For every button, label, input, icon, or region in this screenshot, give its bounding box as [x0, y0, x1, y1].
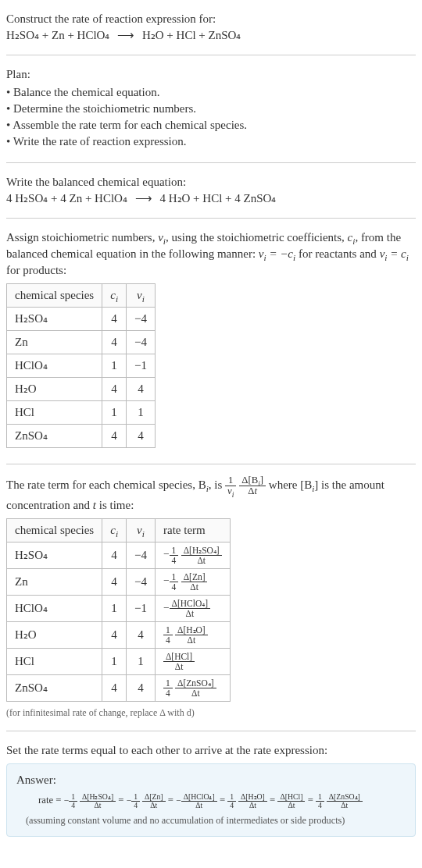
cell-species: HCl: [7, 401, 102, 425]
balanced-section: Write the balanced chemical equation: 4 …: [6, 169, 416, 212]
cell-ci: 4: [102, 331, 127, 354]
cell-ci: 4: [102, 568, 127, 595]
assumption-note: (assuming constant volume and no accumul…: [16, 814, 406, 827]
cell-species: HClO₄: [7, 354, 102, 378]
divider: [6, 162, 416, 163]
col-species: chemical species: [7, 518, 102, 542]
assign-section: Assign stoichiometric numbers, νi, using…: [6, 225, 416, 457]
relation-reactants: νi = −ci: [259, 247, 295, 260]
unbalanced-equation: H₂SO₄ + Zn + HClO₄ ⟶ H₂O + HCl + ZnSO₄: [6, 27, 416, 44]
col-species: chemical species: [7, 284, 102, 308]
cell-rateterm: −Δ[HClO₄]Δt: [155, 595, 230, 621]
cell-rateterm: −14 Δ[Zn]Δt: [155, 568, 230, 595]
table-row: Zn4−4: [7, 331, 156, 354]
table-row: H₂SO₄4−4: [7, 308, 156, 331]
table-row: ZnSO₄44: [7, 425, 156, 448]
setequal-section: Set the rate terms equal to each other t…: [6, 738, 416, 845]
cell-ci: 1: [102, 354, 127, 378]
cell-vi: 4: [127, 378, 156, 401]
one-over-nu: 1 νi: [225, 475, 236, 497]
cell-species: ZnSO₄: [7, 425, 102, 448]
c-i: ci: [348, 231, 356, 244]
cell-species: H₂SO₄: [7, 308, 102, 331]
cell-species: HClO₄: [7, 595, 102, 621]
plan-section: Plan: Balance the chemical equation. Det…: [6, 62, 416, 156]
plan-heading: Plan:: [6, 66, 416, 83]
cell-vi: −4: [127, 331, 156, 354]
assign-text: , using the stoichiometric coefficients,: [166, 231, 348, 244]
table-row: HClO₄1−1−Δ[HClO₄]Δt: [7, 595, 231, 621]
cell-ci: 4: [102, 425, 127, 448]
table-row: Zn4−4−14 Δ[Zn]Δt: [7, 568, 231, 595]
cell-rateterm: −14 Δ[H₂SO₄]Δt: [155, 542, 230, 568]
cell-vi: 1: [127, 401, 156, 425]
cell-species: HCl: [7, 649, 102, 675]
cell-species: Zn: [7, 331, 102, 354]
divider: [6, 218, 416, 219]
plan-item: Write the rate of reaction expression.: [6, 133, 416, 150]
cell-species: ZnSO₄: [7, 675, 102, 702]
plan-item: Balance the chemical equation.: [6, 84, 416, 101]
problem-statement: Construct the rate of reaction expressio…: [6, 6, 416, 48]
cell-species: H₂SO₄: [7, 542, 102, 568]
cell-ci: 4: [102, 378, 127, 401]
dB-over-dt: Δ[Bi] Δt: [239, 475, 266, 497]
col-ci: ci: [102, 518, 127, 542]
cell-vi: −1: [127, 595, 156, 621]
cell-ci: 4: [102, 621, 127, 648]
cell-ci: 1: [102, 649, 127, 675]
rateterm-text: , is: [209, 478, 225, 491]
arrow-icon: ⟶: [131, 192, 157, 205]
col-vi: νi: [127, 518, 156, 542]
answer-box: Answer: rate = −14 Δ[H₂SO₄]Δt = −14 Δ[Zn…: [6, 763, 416, 837]
cell-vi: −4: [127, 568, 156, 595]
problem-line1: Construct the rate of reaction expressio…: [6, 11, 416, 27]
cell-ci: 4: [102, 675, 127, 702]
col-rateterm: rate term: [155, 518, 230, 542]
rateterm-table: chemical species ci νi rate term H₂SO₄4−…: [6, 518, 231, 702]
cell-rateterm: Δ[HCl]Δt: [155, 649, 230, 675]
eq-rhs: 4 H₂O + HCl + 4 ZnSO₄: [159, 192, 276, 205]
cell-vi: 4: [127, 675, 156, 702]
divider: [6, 731, 416, 731]
nu-i: νi: [158, 231, 166, 244]
rateterm-section: The rate term for each chemical species,…: [6, 471, 416, 724]
plan-item: Determine the stoichiometric numbers.: [6, 101, 416, 117]
cell-rateterm: 14 Δ[ZnSO₄]Δt: [155, 675, 230, 702]
col-ci: ci: [102, 284, 127, 308]
table-row: H₂O44: [7, 378, 156, 401]
cell-vi: 4: [127, 621, 156, 648]
assign-text: for products:: [6, 264, 66, 276]
setequal-text: Set the rate terms equal to each other t…: [6, 742, 416, 759]
rate-expression: rate = −14 Δ[H₂SO₄]Δt = −14 Δ[Zn]Δt = −Δ…: [16, 793, 406, 809]
cell-ci: 1: [102, 401, 127, 425]
cell-rateterm: 14 Δ[H₂O]Δt: [155, 621, 230, 648]
stoich-table: chemical species ci νi H₂SO₄4−4 Zn4−4 HC…: [6, 283, 156, 448]
table-row: H₂O4414 Δ[H₂O]Δt: [7, 621, 231, 648]
table-header-row: chemical species ci νi rate term: [7, 518, 231, 542]
assign-text: for reactants and: [295, 247, 379, 260]
rateterm-text: The rate term for each chemical species,…: [6, 478, 206, 491]
balanced-heading: Write the balanced chemical equation:: [6, 174, 416, 190]
cell-species: H₂O: [7, 621, 102, 648]
relation-products: νi = ci: [380, 247, 409, 260]
table-row: HClO₄1−1: [7, 354, 156, 378]
cell-ci: 4: [102, 308, 127, 331]
col-vi: νi: [127, 284, 156, 308]
cell-ci: 1: [102, 595, 127, 621]
plan-list: Balance the chemical equation. Determine…: [6, 84, 416, 150]
eq-rhs: H₂O + HCl + ZnSO₄: [142, 29, 241, 41]
cell-ci: 4: [102, 542, 127, 568]
cell-vi: 1: [127, 649, 156, 675]
cell-vi: 4: [127, 425, 156, 448]
cell-vi: −1: [127, 354, 156, 378]
table-row: H₂SO₄4−4−14 Δ[H₂SO₄]Δt: [7, 542, 231, 568]
plan-item: Assemble the rate term for each chemical…: [6, 117, 416, 133]
eq-lhs: 4 H₂SO₄ + 4 Zn + HClO₄: [6, 192, 127, 205]
assign-text: Assign stoichiometric numbers,: [6, 231, 158, 244]
table-header-row: chemical species ci νi: [7, 284, 156, 308]
table-row: ZnSO₄4414 Δ[ZnSO₄]Δt: [7, 675, 231, 702]
table-row: HCl11Δ[HCl]Δt: [7, 649, 231, 675]
cell-species: Zn: [7, 568, 102, 595]
cell-species: H₂O: [7, 378, 102, 401]
